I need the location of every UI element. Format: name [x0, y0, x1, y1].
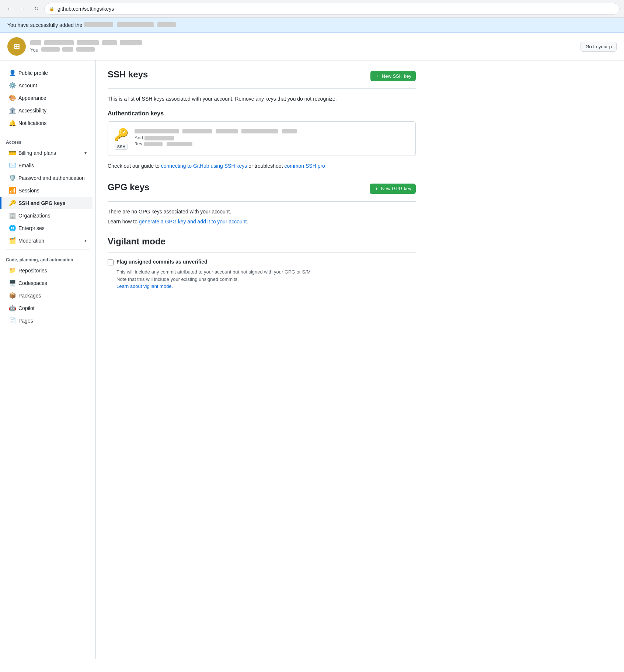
gpg-section: GPG keys ＋ New GPG key There are no GPG … [108, 182, 416, 224]
vigilant-divider [108, 253, 416, 253]
sidebar-label: Copilot [18, 305, 35, 311]
main-content: SSH keys ＋ New SSH key This is a list of… [96, 60, 428, 659]
codespaces-icon: 🖥️ [9, 279, 15, 286]
vigilant-section: Vigilant mode Flag unsigned commits as u… [108, 236, 416, 290]
sidebar-item-appearance[interactable]: 🎨 Appearance [3, 92, 93, 104]
sidebar-item-copilot[interactable]: 🤖 Copilot [3, 302, 93, 314]
accessibility-icon: 🏛️ [9, 107, 15, 114]
sidebar-item-accessibility[interactable]: 🏛️ Accessibility [3, 104, 93, 116]
sidebar-item-billing[interactable]: 💳 Billing and plans ▾ [3, 147, 93, 159]
code-section-label: Code, planning, and automation [0, 253, 95, 264]
chevron-down-icon: ▾ [84, 150, 87, 156]
sidebar-divider-2 [6, 250, 90, 250]
vigilant-title: Vigilant mode [108, 236, 416, 247]
key-added: Add [135, 135, 409, 140]
sidebar-item-notifications[interactable]: 🔔 Notifications [3, 117, 93, 129]
vigilant-checkbox-label: Flag unsigned commits as unverified [116, 259, 208, 265]
goto-profile-button[interactable]: Go to your p [581, 42, 617, 52]
sidebar-label: Password and authentication [18, 175, 85, 181]
sidebar-label: Public profile [18, 70, 48, 76]
browser-chrome: ← → ↻ 🔒 github.com/settings/keys [0, 0, 624, 18]
sidebar-item-codespaces[interactable]: 🖥️ Codespaces [3, 277, 93, 289]
sidebar: 👤 Public profile ⚙️ Account 🎨 Appearance… [0, 60, 96, 659]
sidebar-label: Moderation [18, 238, 44, 244]
person-icon: 👤 [9, 69, 15, 76]
user-name [30, 40, 142, 46]
add-ssh-btn-label: New SSH key [382, 73, 411, 79]
user-info: You [30, 40, 142, 53]
ssh-guide-link1[interactable]: connecting to GitHub using SSH keys [161, 163, 247, 169]
sidebar-label: Organizations [18, 213, 50, 219]
vigilant-description: This will include any commit attributed … [108, 268, 416, 290]
reload-button[interactable]: ↻ [31, 4, 41, 14]
gpg-divider [108, 201, 416, 202]
ssh-section: SSH keys ＋ New SSH key This is a list of… [108, 69, 416, 170]
back-button[interactable]: ← [4, 4, 15, 14]
gpg-title: GPG keys [108, 182, 149, 192]
repo-icon: 📁 [9, 267, 15, 274]
gpg-plus-icon: ＋ [374, 185, 379, 192]
url-text: github.com/settings/keys [57, 6, 114, 12]
org-icon: 🏢 [9, 212, 15, 219]
pages-icon: 📄 [9, 317, 15, 324]
sidebar-item-emails[interactable]: ✉️ Emails [3, 159, 93, 171]
sidebar-item-pages[interactable]: 📄 Pages [3, 314, 93, 327]
sidebar-label: Billing and plans [18, 150, 56, 156]
shield-icon: 🛡️ [9, 174, 15, 181]
banner-text: You have successfully added the [7, 22, 82, 28]
add-gpg-btn-label: New GPG key [381, 186, 411, 191]
moderation-icon: 🗂️ [9, 237, 15, 244]
email-icon: ✉️ [9, 162, 15, 169]
favicon-icon: 🔒 [49, 6, 55, 11]
new-gpg-key-button[interactable]: ＋ New GPG key [370, 184, 416, 194]
ssh-guide-mid: or troubleshoot [248, 163, 284, 169]
globe-icon: 🌐 [9, 224, 15, 231]
packages-icon: 📦 [9, 292, 15, 299]
sidebar-label: Pages [18, 318, 33, 324]
sidebar-item-moderation[interactable]: 🗂️ Moderation ▾ [3, 234, 93, 247]
sidebar-item-password-auth[interactable]: 🛡️ Password and authentication [3, 172, 93, 184]
ssh-title: SSH keys [108, 69, 148, 80]
ssh-guide-text: Check out our guide to connecting to Git… [108, 162, 416, 170]
bell-icon: 🔔 [9, 119, 15, 126]
sidebar-item-ssh-gpg[interactable]: 🔑 SSH and GPG keys [0, 197, 93, 209]
sidebar-label: SSH and GPG keys [18, 200, 66, 206]
page-layout: 👤 Public profile ⚙️ Account 🎨 Appearance… [0, 60, 624, 659]
sidebar-item-repositories[interactable]: 📁 Repositories [3, 264, 93, 276]
sidebar-label: Notifications [18, 120, 46, 126]
sidebar-item-organizations[interactable]: 🏢 Organizations [3, 209, 93, 222]
sidebar-label: Packages [18, 293, 41, 299]
auth-keys-heading: Authentication keys [108, 110, 416, 117]
success-banner: You have successfully added the [0, 18, 624, 33]
plus-icon: ＋ [375, 73, 380, 79]
vigilant-checkbox[interactable] [108, 260, 114, 265]
sidebar-label: Emails [18, 163, 34, 168]
vigilant-checkbox-section: Flag unsigned commits as unverified This… [108, 259, 416, 290]
ssh-type-badge: SSH [115, 144, 128, 150]
vigilant-checkbox-row: Flag unsigned commits as unverified [108, 259, 416, 265]
gpg-no-keys-text: There are no GPG keys associated with yo… [108, 208, 416, 216]
sidebar-item-enterprises[interactable]: 🌐 Enterprises [3, 222, 93, 234]
new-ssh-key-button[interactable]: ＋ New SSH key [370, 71, 416, 81]
vigilant-learn-link[interactable]: Learn about vigilant mode. [116, 283, 173, 289]
gpg-learn-link[interactable]: generate a GPG key and add it to your ac… [139, 219, 248, 224]
user-header: ⊞ You Go to your p [0, 33, 624, 60]
sidebar-item-packages[interactable]: 📦 Packages [3, 289, 93, 302]
ssh-key-card: 🔑 SSH Add Nev [108, 121, 416, 156]
palette-icon: 🎨 [9, 94, 15, 101]
ssh-guide-link2[interactable]: common SSH pro [284, 163, 325, 169]
user-header-left: ⊞ You [7, 37, 142, 56]
sidebar-label: Enterprises [18, 225, 45, 231]
sidebar-item-account[interactable]: ⚙️ Account [3, 79, 93, 91]
address-bar[interactable]: 🔒 github.com/settings/keys [44, 3, 620, 15]
card-icon: 💳 [9, 149, 15, 156]
sidebar-item-public-profile[interactable]: 👤 Public profile [3, 67, 93, 79]
ssh-description: This is a list of SSH keys associated wi… [108, 95, 416, 103]
gear-icon: ⚙️ [9, 82, 15, 89]
access-section-label: Access [0, 135, 95, 146]
sidebar-item-sessions[interactable]: 📶 Sessions [3, 184, 93, 196]
signal-icon: 📶 [9, 187, 15, 194]
sidebar-label: Account [18, 83, 37, 88]
key-last-used: Nev [135, 141, 409, 146]
forward-button[interactable]: → [18, 4, 28, 14]
